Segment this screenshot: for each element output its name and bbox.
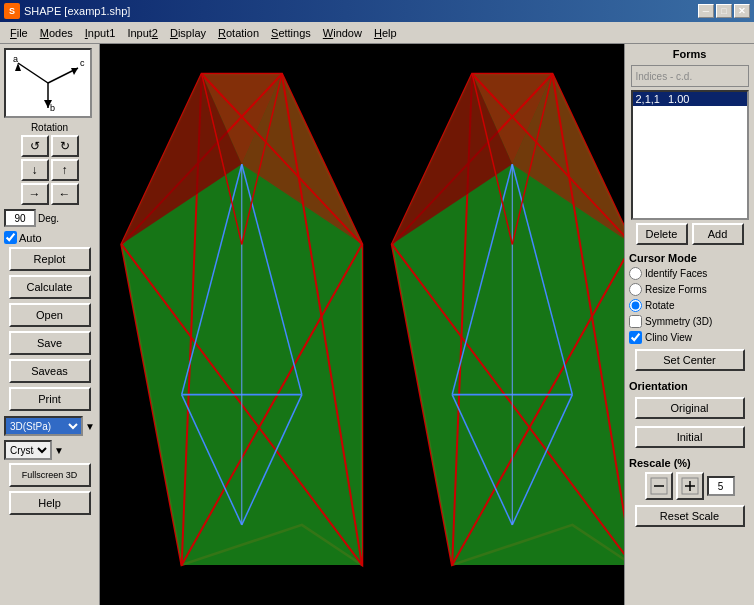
indices-row[interactable]: 2,1,1 1.00	[633, 92, 747, 106]
menu-file[interactable]: File	[4, 25, 34, 41]
print-button[interactable]: Print	[9, 387, 91, 411]
calculate-button[interactable]: Calculate	[9, 275, 91, 299]
left-panel: a c b Rotation ↺ ↻ ↓ ↑ → ← Deg.	[0, 44, 100, 605]
indices-header: Indices - c.d.	[636, 71, 693, 82]
crystal-dropdown[interactable]: Crystal	[4, 440, 52, 460]
forms-list: Indices - c.d.	[631, 65, 749, 87]
axes-svg: a c b	[8, 53, 88, 113]
rotate-up-button[interactable]: ↑	[51, 159, 79, 181]
window-controls: ─ □ ✕	[698, 4, 750, 18]
cursor-rotate-row: Rotate	[629, 299, 750, 312]
reset-scale-button[interactable]: Reset Scale	[635, 505, 745, 527]
svg-line-0	[18, 63, 48, 83]
cursor-rotate-label: Rotate	[645, 300, 674, 311]
menu-input2[interactable]: Input2	[121, 25, 164, 41]
rescale-row	[629, 472, 750, 500]
clino-view-label: Clino View	[645, 332, 692, 343]
menu-rotation[interactable]: Rotation	[212, 25, 265, 41]
rotation-label: Rotation	[4, 122, 95, 133]
cursor-resize-row: Resize Forms	[629, 283, 750, 296]
original-button[interactable]: Original	[635, 397, 745, 419]
degree-row: Deg.	[4, 209, 95, 227]
clino-view-checkbox[interactable]	[629, 331, 642, 344]
maximize-button[interactable]: □	[716, 4, 732, 18]
canvas-area[interactable]	[100, 44, 624, 605]
help-button[interactable]: Help	[9, 491, 91, 515]
clino-view-row: Clino View	[629, 331, 750, 344]
degree-unit-label: Deg.	[38, 213, 59, 224]
cursor-rotate-radio[interactable]	[629, 299, 642, 312]
menu-modes[interactable]: Modes	[34, 25, 79, 41]
index-col1: 2,1,1	[636, 93, 660, 105]
menu-display[interactable]: Display	[164, 25, 212, 41]
auto-label: Auto	[19, 232, 42, 244]
close-button[interactable]: ✕	[734, 4, 750, 18]
menu-help[interactable]: Help	[368, 25, 403, 41]
rescale-increase-button[interactable]	[676, 472, 704, 500]
crystal-scene-svg	[100, 44, 624, 605]
orientation-title: Orientation	[629, 380, 750, 392]
cursor-mode-title: Cursor Mode	[629, 252, 750, 264]
cursor-identify-label: Identify Faces	[645, 268, 707, 279]
axes-canvas: a c b	[4, 48, 92, 118]
main-container: a c b Rotation ↺ ↻ ↓ ↑ → ← Deg.	[0, 44, 754, 605]
rotation-cw-ccw-row: ↺ ↻	[4, 135, 95, 157]
symmetry-checkbox[interactable]	[629, 315, 642, 328]
cursor-identify-row: Identify Faces	[629, 267, 750, 280]
add-button[interactable]: Add	[692, 223, 744, 245]
auto-checkbox[interactable]	[4, 231, 17, 244]
minimize-button[interactable]: ─	[698, 4, 714, 18]
saveas-button[interactable]: Saveas	[9, 359, 91, 383]
rotation-leftright-row: → ←	[4, 183, 95, 205]
view-select-row: 3D(StPa) 3D ▼	[4, 416, 95, 436]
rotate-down-button[interactable]: ↓	[21, 159, 49, 181]
rescale-decrease-icon	[650, 477, 668, 495]
crystal-select-row: Crystal ▼	[4, 440, 95, 460]
cursor-resize-radio[interactable]	[629, 283, 642, 296]
fullscreen-button[interactable]: Fullscreen 3D	[9, 463, 91, 487]
cursor-identify-radio[interactable]	[629, 267, 642, 280]
index-col2: 1.00	[668, 93, 689, 105]
degree-input[interactable]	[4, 209, 36, 227]
initial-button[interactable]: Initial	[635, 426, 745, 448]
view-dropdown[interactable]: 3D(StPa) 3D	[4, 416, 83, 436]
forms-title: Forms	[629, 48, 750, 60]
rotate-cw-button[interactable]: ↻	[51, 135, 79, 157]
symmetry-row: Symmetry (3D)	[629, 315, 750, 328]
delete-button[interactable]: Delete	[636, 223, 688, 245]
right-panel: Forms Indices - c.d. 2,1,1 1.00 Delete A…	[624, 44, 754, 605]
rescale-title: Rescale (%)	[629, 457, 750, 469]
title-bar: S SHAPE [examp1.shp] ─ □ ✕	[0, 0, 754, 22]
auto-checkbox-row: Auto	[4, 231, 95, 244]
set-center-button[interactable]: Set Center	[635, 349, 745, 371]
menu-window[interactable]: Window	[317, 25, 368, 41]
rotate-right-button[interactable]: ←	[51, 183, 79, 205]
symmetry-label: Symmetry (3D)	[645, 316, 712, 327]
svg-text:a: a	[13, 54, 18, 64]
delete-add-row: Delete Add	[629, 223, 750, 245]
replot-button[interactable]: Replot	[9, 247, 91, 271]
window-title: SHAPE [examp1.shp]	[24, 5, 130, 17]
rescale-input[interactable]	[707, 476, 735, 496]
indices-list[interactable]: 2,1,1 1.00	[631, 90, 749, 220]
svg-text:c: c	[80, 58, 85, 68]
app-icon: S	[4, 3, 20, 19]
rescale-increase-icon	[681, 477, 699, 495]
rotate-left-button[interactable]: →	[21, 183, 49, 205]
svg-text:b: b	[50, 103, 55, 113]
menu-input1[interactable]: Input1	[79, 25, 122, 41]
menu-settings[interactable]: Settings	[265, 25, 317, 41]
menu-bar: File Modes Input1 Input2 Display Rotatio…	[0, 22, 754, 44]
rotation-updown-row: ↓ ↑	[4, 159, 95, 181]
save-button[interactable]: Save	[9, 331, 91, 355]
rotate-ccw-button[interactable]: ↺	[21, 135, 49, 157]
rescale-decrease-button[interactable]	[645, 472, 673, 500]
cursor-resize-label: Resize Forms	[645, 284, 707, 295]
open-button[interactable]: Open	[9, 303, 91, 327]
